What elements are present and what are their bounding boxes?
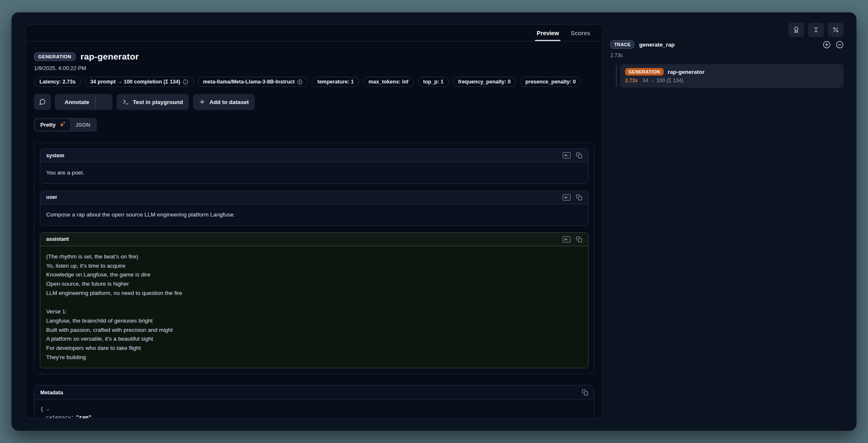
message-role: system (46, 153, 64, 159)
collapse-node-icon[interactable] (45, 407, 50, 412)
json-open-brace: { (40, 406, 44, 414)
observation-panel: Preview Scores GENERATION rap-generator … (25, 24, 603, 419)
add-to-dataset-button[interactable]: Add to dataset (193, 94, 255, 110)
parameter-pills: Latency: 2.73s 34 prompt → 100 completio… (34, 77, 594, 87)
markdown-toggle-icon[interactable]: M↓ (563, 236, 571, 242)
pill-top-p-label: top_p: 1 (423, 79, 444, 85)
copy-icon[interactable] (576, 152, 582, 159)
expand-all-icon[interactable] (823, 41, 831, 49)
message-content: You are a poet. (40, 162, 588, 183)
comments-button[interactable] (34, 94, 51, 110)
markdown-toggle-icon[interactable]: M↓ (563, 152, 571, 159)
message-assistant-header: assistant M↓ (40, 233, 588, 246)
generation-node-tokens: 34 → 100 (Σ 134) (642, 78, 683, 83)
trace-latency: 2.73s (610, 52, 844, 58)
metadata-json: { category: "rap" } (34, 400, 594, 419)
generation-node-latency: 2.73s (625, 78, 638, 83)
trace-type-badge: TRACE (610, 40, 634, 49)
terminal-icon (123, 99, 129, 105)
message-assistant: assistant M↓ (The rhythm is set, the bea… (40, 232, 589, 368)
pill-frequency-penalty-label: frequency_penalty: 0 (458, 79, 511, 85)
pill-presence-penalty-label: presence_penalty: 0 (525, 79, 576, 85)
tab-preview[interactable]: Preview (531, 25, 565, 41)
pill-max-tokens: max_tokens: inf (363, 77, 414, 87)
page-title: rap-generator (81, 52, 139, 62)
pill-model[interactable]: meta-llama/Meta-Llama-3-8B-Instruct (198, 77, 308, 87)
pill-temperature: temperature: 1 (312, 77, 359, 87)
observation-tree: GENERATION rap-generator 2.73s 34 → 100 … (610, 64, 844, 88)
pill-max-tokens-label: max_tokens: inf (368, 79, 408, 85)
trace-tree-sidebar: TRACE generate_rap 2.73s GENERATION rap-… (610, 40, 844, 88)
annotate-dropdown-button[interactable] (96, 94, 112, 110)
message-system: system M↓ You are a poet. (40, 149, 589, 184)
view-mode-toggle: Pretty JSON (34, 118, 97, 132)
chevrons-collapse-icon (813, 26, 819, 33)
tree-node-generation[interactable]: GENERATION rap-generator 2.73s 34 → 100 … (620, 64, 844, 88)
generation-node-badge: GENERATION (625, 68, 664, 76)
chevron-down-icon (101, 99, 107, 105)
pill-model-label: meta-llama/Meta-Llama-3-8B-Instruct (203, 79, 295, 85)
message-user-header: user M↓ (40, 191, 588, 204)
percent-icon (832, 26, 839, 33)
info-icon (183, 79, 188, 85)
tree-connector-line (616, 65, 617, 87)
window-actions (788, 23, 844, 37)
plus-circle-icon (297, 79, 302, 85)
panel-tabs-header: Preview Scores (26, 25, 603, 42)
pill-latency: Latency: 2.73s (34, 77, 81, 87)
tab-scores[interactable]: Scores (565, 25, 596, 41)
pill-frequency-penalty: frequency_penalty: 0 (453, 77, 516, 87)
pill-token-usage[interactable]: 34 prompt → 100 completion (Σ 134) (85, 77, 194, 87)
messages-container: system M↓ You are a poet. user M↓ (34, 143, 594, 374)
json-key: category: (46, 414, 74, 419)
annotate-button[interactable]: Annotate (55, 94, 95, 110)
pill-temperature-label: temperature: 1 (317, 79, 354, 85)
message-system-header: system M↓ (40, 149, 588, 162)
generation-type-badge: GENERATION (34, 52, 76, 61)
sparkles-icon (59, 122, 65, 128)
message-content: (The rhythm is set, the beat's on fire) … (40, 246, 588, 368)
trace-detail-window: Preview Scores GENERATION rap-generator … (12, 13, 856, 430)
pill-top-p: top_p: 1 (418, 77, 449, 87)
award-icon (793, 26, 800, 33)
collapse-panel-button[interactable] (808, 23, 824, 37)
collapse-all-icon[interactable] (836, 41, 844, 49)
annotation-queue-button[interactable] (788, 23, 804, 37)
action-toolbar: Annotate Test in playground Add to datas… (34, 94, 594, 110)
trace-name[interactable]: generate_rap (639, 42, 675, 48)
metadata-title: Metadata (40, 390, 63, 396)
add-to-dataset-label: Add to dataset (209, 99, 249, 105)
copy-icon[interactable] (576, 236, 582, 242)
message-content: Compose a rap about the open source LLM … (40, 204, 588, 225)
copy-icon[interactable] (576, 194, 582, 201)
json-view-toggle[interactable]: JSON (70, 119, 96, 130)
chat-bubble-icon (39, 99, 46, 105)
pill-latency-label: Latency: 2.73s (39, 79, 76, 85)
annotate-split-button: Annotate (55, 94, 112, 110)
annotate-label: Annotate (65, 99, 89, 105)
message-role: user (46, 194, 57, 200)
metadata-header: Metadata (34, 386, 594, 400)
test-in-playground-button[interactable]: Test in playground (117, 94, 189, 110)
pretty-view-toggle[interactable]: Pretty (35, 119, 70, 130)
copy-icon[interactable] (582, 389, 588, 396)
message-role: assistant (46, 236, 69, 242)
markdown-toggle-icon[interactable]: M↓ (563, 194, 571, 201)
test-in-playground-label: Test in playground (133, 99, 183, 105)
plus-icon (199, 99, 206, 105)
pretty-label: Pretty (40, 122, 56, 128)
timestamp: 1/9/2025, 4:00:22 PM (34, 65, 594, 71)
json-value: "rap" (76, 414, 92, 419)
pill-token-usage-label: 34 prompt → 100 completion (Σ 134) (90, 79, 180, 85)
metrics-toggle-button[interactable] (828, 23, 844, 37)
message-user: user M↓ Compose a rap about the open sou… (40, 190, 589, 226)
generation-node-name: rap-generator (668, 69, 705, 75)
panel-body: GENERATION rap-generator 1/9/2025, 4:00:… (26, 42, 603, 419)
pill-presence-penalty: presence_penalty: 0 (520, 77, 581, 87)
metadata-card: Metadata { category: "rap" } (34, 385, 594, 419)
